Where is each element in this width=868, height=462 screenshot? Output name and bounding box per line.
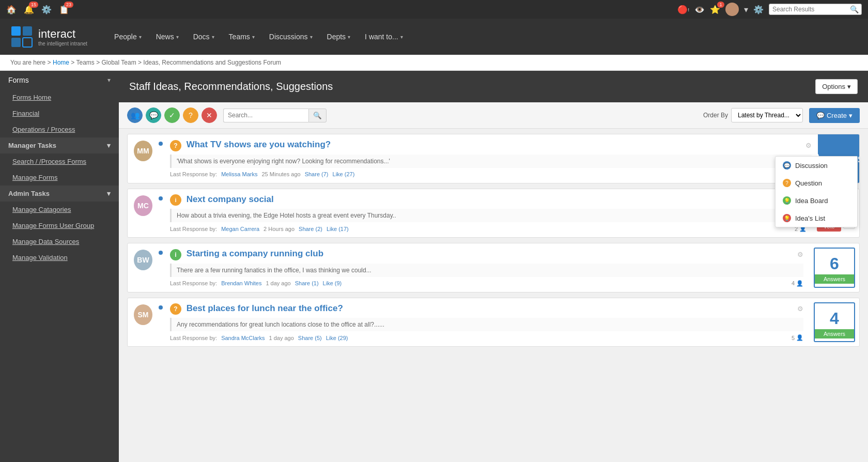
post-title-4[interactable]: Best places for lunch near the office? [187,303,343,313]
content-area: Staff Ideas, Recommendations, Suggestion… [119,71,868,462]
avatar: MM [134,141,152,161]
forum-search-area: 🔍 [223,109,327,122]
post-meta-3: Last Response by: Brendan Whites 1 day a… [170,280,803,287]
nav-item-teams[interactable]: Teams ▾ [223,28,261,45]
nav-item-news[interactable]: News ▾ [150,28,185,45]
nav-item-people[interactable]: People ▾ [108,28,148,45]
star-icon[interactable]: ⭐1 [710,5,720,14]
sidebar-item-forms-home[interactable]: Forms Home [0,89,119,105]
last-response-user-1[interactable]: Melissa Marks [221,171,257,177]
nav-item-discussions[interactable]: Discussions ▾ [263,28,319,45]
sidebar-item-manage-validation[interactable]: Manage Validation [0,250,119,266]
last-response-user-3[interactable]: Brendan Whites [221,280,261,286]
like-link-3[interactable]: Like (9) [323,280,342,286]
avatar: BW [134,250,152,270]
filter-icon-chat[interactable]: 💬 [146,107,161,123]
create-button[interactable]: 💬 Create ▾ [809,108,860,123]
dropdown-item-discussion[interactable]: 💬 Discussion [776,157,857,174]
create-arrow-icon: ▾ [849,112,853,119]
dropdown-item-question[interactable]: ? Question [776,174,857,192]
user-avatar[interactable] [725,3,739,16]
share-link-4[interactable]: Share (5) [298,335,322,341]
top-bar: 🏠 🔔15 ⚙️ 📋23 🔴! 👁️ ⭐1 ▾ ⚙️ 🔍 [0,0,868,19]
nav-menu: People ▾ News ▾ Docs ▾ Teams ▾ Discussio… [108,28,409,45]
post-header-row-2: i Next company social ⚙ [170,194,807,206]
alert-bell-icon[interactable]: 🔴! [677,5,689,14]
alerts-icon[interactable]: 📋23 [59,5,69,14]
post-title-2[interactable]: Next company social [187,194,274,204]
last-response-user-2[interactable]: Megan Carrera [221,226,259,232]
answer-label-4: Answers [815,329,854,338]
sidebar-item-operations-process[interactable]: Operations / Process [0,121,119,137]
filter-icon-people[interactable]: 👥 [127,107,143,123]
forum-search-input[interactable] [223,109,308,122]
sidebar-admin-tasks-header[interactable]: Admin Tasks ▾ [0,186,119,202]
share-link-1[interactable]: Share (7) [305,171,329,177]
post-title-3[interactable]: Starting a company running club [187,249,323,258]
eye-icon[interactable]: 👁️ [694,5,705,14]
breadcrumb-home-link[interactable]: Home [53,59,69,66]
discussions-arrow: ▾ [310,34,313,40]
sidebar-item-manage-forms[interactable]: Manage Forms [0,170,119,186]
svg-rect-1 [23,26,32,36]
svg-rect-0 [11,26,21,36]
nav-item-iwantto[interactable]: I want to... ▾ [359,28,409,45]
unread-dot [159,196,163,201]
question-type-icon-4: ? [170,303,181,315]
svg-rect-3 [23,38,32,47]
filter-icon-question[interactable]: ? [183,107,198,123]
sidebar-item-manage-forms-user-group[interactable]: Manage Forms User Group [0,218,119,234]
share-link-3[interactable]: Share (1) [295,280,319,286]
sidebar-item-manage-data-sources[interactable]: Manage Data Sources [0,234,119,250]
share-link-2[interactable]: Share (2) [299,226,322,232]
user-dropdown-arrow[interactable]: ▾ [744,5,748,14]
post-dot-3 [159,243,164,292]
like-link-1[interactable]: Like (27) [333,171,355,177]
forum-toolbar: 👥 💬 ✓ ? ✕ 🔍 Order By Latest by Thread...… [119,102,868,129]
sidebar-forms-header[interactable]: Forms ▾ [0,71,119,89]
nav-item-docs[interactable]: Docs ▾ [187,28,221,45]
settings-icon[interactable]: ⚙️ [41,5,52,14]
last-response-user-4[interactable]: Sandra McClarks [221,335,265,341]
like-link-4[interactable]: Like (29) [326,335,348,341]
post-avatar-4: SM [128,298,159,347]
forum-search-button[interactable]: 🔍 [308,109,327,122]
post-settings-icon-3[interactable]: ⚙ [797,251,803,258]
home-icon[interactable]: 🏠 [6,5,17,14]
top-settings-icon[interactable]: ⚙️ [753,5,764,14]
notifications-icon[interactable]: 🔔15 [24,5,34,14]
sidebar-manager-tasks-header[interactable]: Manager Tasks ▾ [0,137,119,153]
post-title-1[interactable]: What TV shows are you watching? [187,140,331,149]
answer-box-3: 6 Answers [814,248,855,288]
filter-icon-x[interactable]: ✕ [202,107,217,123]
options-button[interactable]: Options ▾ [815,79,858,94]
nav-item-depts[interactable]: Depts ▾ [321,28,357,45]
breadcrumb-prefix: You are here > [10,59,53,66]
star-badge: 1 [717,2,724,8]
like-link-2[interactable]: Like (17) [327,226,349,232]
unread-dot [159,305,163,310]
question-icon: ? [783,179,791,187]
order-by-select[interactable]: Latest by Thread... [731,108,803,122]
user-count-icon-3: 👤 [796,280,803,287]
post-settings-icon-4[interactable]: ⚙ [797,305,803,313]
post-meta-4: Last Response by: Sandra McClarks 1 day … [170,334,803,341]
dropdown-item-idea-board[interactable]: 💡 Idea Board [776,192,857,209]
dropdown-item-ideas-list[interactable]: 💡 Idea's List [776,209,857,227]
post-body-1: ? What TV shows are you watching? ⚙ 'Wha… [164,134,818,183]
post-settings-icon-1[interactable]: ⚙ [805,142,812,149]
sidebar-item-financial[interactable]: Financial [0,105,119,121]
ideas-list-icon: 💡 [783,214,791,222]
search-input[interactable] [772,6,850,13]
search-submit-icon[interactable]: 🔍 [850,5,859,13]
unread-dot [159,142,163,146]
sidebar-item-manage-categories[interactable]: Manage Catagories [0,202,119,218]
table-row: MC i Next company social ⚙ How about a t… [127,189,860,238]
filter-icon-check[interactable]: ✓ [164,107,180,123]
user-count-4: 5 👤 [792,334,803,341]
order-by-label: Order By [703,112,728,119]
sidebar-item-search-process-forms[interactable]: Search / /Process Forms [0,153,119,170]
table-row: SM ? Best places for lunch near the offi… [127,298,860,347]
last-response-label-4: Last Response by: [170,335,217,341]
post-dot-2 [159,189,164,238]
